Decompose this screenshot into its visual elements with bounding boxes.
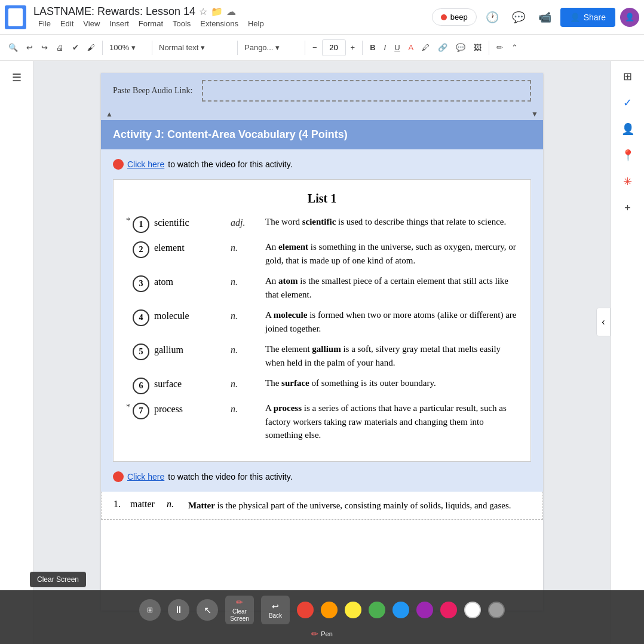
beep-button[interactable]: beep: [432, 8, 477, 26]
font-value: Pango...: [244, 43, 273, 52]
vocab-list-title: List 1: [125, 192, 519, 206]
right-grid-icon[interactable]: ⊞: [617, 66, 639, 87]
click-here-suffix-bottom: to watch the video for this activity.: [168, 472, 292, 482]
highlight-btn[interactable]: 🖊: [418, 38, 433, 57]
document-title: LASTNAME: Rewards: Lesson 14 ☆ 📁 ☁: [33, 5, 430, 18]
menu-tools[interactable]: Tools: [168, 18, 195, 29]
color-blue[interactable]: [392, 602, 409, 618]
vocab-def: A molecule is formed when two or more at…: [265, 308, 519, 335]
avatar[interactable]: 👤: [620, 8, 639, 27]
share-button[interactable]: 👤 Share: [560, 8, 615, 27]
right-contacts-icon[interactable]: 👤: [617, 118, 639, 140]
font-size-input[interactable]: [322, 39, 346, 56]
color-yellow[interactable]: [345, 602, 361, 618]
style-value: Normal text: [159, 43, 198, 52]
bottom-bar: ⊞ ⏸ ↖ ✏ ClearScreen ↩ Back ✏ Pen: [0, 590, 644, 644]
menu-view[interactable]: View: [78, 18, 105, 29]
spellcheck-btn[interactable]: ✔: [69, 38, 82, 57]
left-panel: ☰: [0, 61, 33, 644]
print-btn[interactable]: 🖨: [53, 38, 68, 57]
collapse-down-arrow[interactable]: ▼: [531, 110, 538, 119]
pen-icon: ✏: [311, 629, 318, 639]
menu-insert[interactable]: Insert: [105, 18, 134, 29]
audio-link-input[interactable]: [202, 80, 531, 102]
click-here-link-top[interactable]: Click here: [127, 160, 164, 169]
underline-btn[interactable]: U: [391, 38, 403, 57]
insert-image-btn[interactable]: 🖼: [470, 38, 485, 57]
left-bottom-controls: ⊞: [139, 599, 161, 621]
menu-bar: LASTNAME: Rewards: Lesson 14 ☆ 📁 ☁ File …: [0, 0, 644, 35]
right-plus-icon[interactable]: +: [617, 197, 639, 219]
chevron-btn[interactable]: ⌃: [508, 38, 522, 57]
menu-help[interactable]: Help: [243, 18, 269, 29]
style-select[interactable]: Normal text ▾: [156, 38, 234, 57]
color-pink[interactable]: [440, 602, 457, 618]
link-btn[interactable]: 🔗: [434, 38, 451, 57]
bold-btn[interactable]: B: [366, 38, 379, 57]
vocab-row: 6 surface n. The surface of something is…: [125, 376, 519, 394]
vocab-num-col: 3: [125, 274, 149, 292]
right-tasks-icon[interactable]: ✓: [617, 92, 639, 114]
vocab-row: 2 element n. An element is something in …: [125, 240, 519, 267]
document-area[interactable]: Paste Beep Audio Link: ▲ ▼ Activity J: C…: [33, 61, 611, 644]
font-size-increase[interactable]: +: [347, 38, 359, 57]
back-button[interactable]: ↩ Back: [261, 596, 290, 624]
menu-extensions[interactable]: Extensions: [195, 18, 243, 29]
separator-3: [237, 41, 238, 55]
history-icon[interactable]: 🕐: [482, 7, 503, 28]
color-white[interactable]: [464, 602, 481, 618]
color-red[interactable]: [297, 602, 314, 618]
search-btn[interactable]: 🔍: [5, 38, 22, 57]
video-icon[interactable]: 📹: [534, 7, 556, 28]
vocab-def: The word scientific is used to describe …: [265, 215, 519, 229]
clear-screen-label: ClearScreen: [230, 608, 249, 622]
folder-icon[interactable]: 📁: [211, 6, 223, 17]
google-docs-icon: [5, 5, 26, 29]
vocab-num-col: 6: [125, 376, 149, 394]
right-maps-icon[interactable]: 📍: [617, 145, 639, 166]
vocab-def: The element gallium is a soft, silvery g…: [265, 342, 519, 369]
font-color-btn[interactable]: A: [405, 38, 418, 57]
menu-format[interactable]: Format: [134, 18, 168, 29]
vocab-word: surface: [154, 376, 226, 390]
expand-arrow[interactable]: ‹: [596, 308, 611, 336]
click-here-link-bottom[interactable]: Click here: [127, 472, 164, 482]
vocab-row: * 1 scientific adj. The word scientific …: [125, 215, 519, 233]
clear-screen-button[interactable]: ✏ ClearScreen: [225, 596, 254, 624]
cloud-icon[interactable]: ☁: [226, 6, 236, 17]
next-row: 1. matter n. Matter is the physical part…: [114, 499, 530, 513]
comment-icon[interactable]: 💬: [508, 7, 529, 28]
insert-comment-btn[interactable]: 💬: [452, 38, 469, 57]
font-select[interactable]: Pango... ▾: [241, 38, 301, 57]
menu-edit[interactable]: Edit: [56, 18, 78, 29]
cursor-btn[interactable]: ↖: [197, 599, 218, 621]
redo-btn[interactable]: ↪: [38, 38, 51, 57]
pen-btn[interactable]: ✏: [493, 38, 507, 57]
next-section: 1. matter n. Matter is the physical part…: [101, 492, 543, 520]
collapse-up-arrow[interactable]: ▲: [106, 110, 113, 119]
audio-link-section: Paste Beep Audio Link:: [101, 73, 543, 109]
pen-label-row: ✏ Pen: [311, 629, 333, 639]
pause-btn[interactable]: ⏸: [168, 599, 189, 621]
paintformat-btn[interactable]: 🖌: [84, 38, 99, 57]
font-size-decrease[interactable]: −: [309, 38, 321, 57]
undo-btn[interactable]: ↩: [23, 38, 36, 57]
vocab-num-col: * 7: [125, 401, 149, 419]
color-green[interactable]: [369, 602, 385, 618]
back-label: Back: [269, 612, 282, 619]
menu-file[interactable]: File: [33, 18, 56, 29]
italic-btn[interactable]: I: [381, 38, 390, 57]
grid-btn[interactable]: ⊞: [139, 599, 161, 621]
color-orange[interactable]: [321, 602, 338, 618]
style-chevron: ▾: [201, 43, 205, 52]
vocab-table: List 1 * 1 scientific adj. The word scie…: [113, 179, 531, 462]
vocab-pos: n.: [231, 342, 260, 355]
star-icon[interactable]: ☆: [199, 6, 207, 17]
zoom-select[interactable]: 100% ▾: [106, 38, 148, 57]
right-asterisk-icon[interactable]: ✳: [617, 171, 639, 192]
outline-btn[interactable]: ☰: [5, 66, 29, 90]
color-purple[interactable]: [416, 602, 433, 618]
vocab-num-col: 2: [125, 240, 149, 258]
vocab-pos: n.: [231, 240, 260, 253]
color-gray[interactable]: [488, 602, 505, 618]
